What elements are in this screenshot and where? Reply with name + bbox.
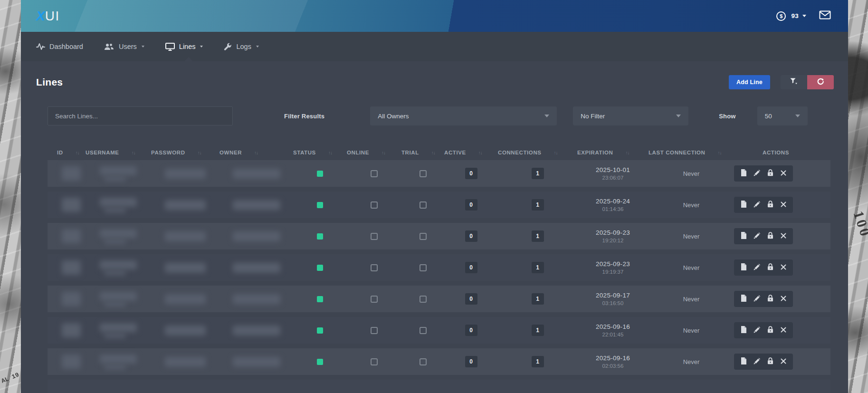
- edit-action-button[interactable]: [750, 324, 763, 337]
- column-label: CONNECTIONS: [498, 150, 542, 155]
- lock-action-button[interactable]: [763, 292, 777, 306]
- actions-cell: [734, 192, 830, 218]
- active-count-badge: 0: [465, 168, 477, 179]
- edit-action-button[interactable]: [750, 292, 763, 306]
- refresh-button[interactable]: [807, 75, 834, 89]
- file-icon: [741, 357, 747, 366]
- delete-action-button[interactable]: [777, 355, 790, 368]
- lock-action-button[interactable]: [763, 355, 777, 368]
- trial-checkbox[interactable]: [420, 233, 427, 240]
- lock-icon: [767, 263, 773, 272]
- trial-checkbox[interactable]: [420, 264, 427, 271]
- column-header-last-connection[interactable]: LAST CONNECTION↑↓: [649, 150, 734, 155]
- page-header-buttons: Add Line: [729, 75, 834, 89]
- credits-dropdown[interactable]: [802, 15, 806, 17]
- details-action-button[interactable]: [737, 292, 750, 306]
- connections-count-badge: 1: [532, 293, 544, 305]
- delete-action-button[interactable]: [777, 198, 790, 211]
- online-cell: [347, 317, 401, 344]
- search-input[interactable]: [48, 106, 233, 125]
- status-enabled-indicator: [317, 233, 323, 240]
- edit-action-button[interactable]: [750, 230, 763, 243]
- active-count-badge: 0: [465, 262, 477, 273]
- lock-icon: [767, 357, 773, 366]
- lock-action-button[interactable]: [763, 167, 777, 180]
- status-enabled-indicator: [317, 296, 323, 302]
- column-header-expiration[interactable]: EXPIRATION↑↓: [577, 150, 649, 155]
- filter-button[interactable]: [781, 75, 807, 89]
- online-checkbox[interactable]: [371, 233, 378, 240]
- owner-filter-select[interactable]: All Owners: [370, 106, 557, 125]
- last-connection-cell: Never: [649, 192, 734, 218]
- trial-checkbox[interactable]: [420, 296, 427, 303]
- edit-action-button[interactable]: [750, 261, 763, 274]
- column-header-password[interactable]: PASSWORD↑↓: [151, 150, 219, 155]
- active-cell: 0: [444, 286, 498, 312]
- lock-action-button[interactable]: [763, 230, 777, 243]
- details-action-button[interactable]: [737, 355, 750, 368]
- connections-cell: 1: [498, 160, 577, 187]
- details-action-button[interactable]: [737, 261, 750, 274]
- nav-item-lines[interactable]: Lines: [165, 43, 203, 51]
- id-cell: [57, 192, 86, 218]
- owner-cell: [219, 160, 293, 187]
- online-checkbox[interactable]: [371, 358, 378, 365]
- lock-action-button[interactable]: [763, 198, 777, 211]
- column-header-status[interactable]: STATUS↑↓: [293, 150, 347, 155]
- column-header-owner[interactable]: OWNER↑↓: [219, 150, 293, 155]
- redacted-password: [165, 326, 206, 335]
- status-enabled-indicator: [317, 327, 323, 334]
- lock-action-button[interactable]: [763, 324, 777, 337]
- delete-action-button[interactable]: [777, 292, 790, 306]
- expiration-cell: 2025-09-16 02:03:56: [577, 348, 649, 375]
- column-label: ID: [57, 150, 63, 155]
- column-header-id[interactable]: ID↑↓: [57, 150, 86, 155]
- trial-checkbox[interactable]: [420, 170, 427, 177]
- online-checkbox[interactable]: [371, 264, 378, 271]
- redacted-username-sub: [104, 365, 126, 369]
- nav-item-dashboard[interactable]: Dashboard: [36, 43, 83, 50]
- delete-action-button[interactable]: [777, 230, 790, 243]
- expiration-time: 01:14:36: [596, 206, 630, 212]
- nav-item-logs[interactable]: Logs: [224, 43, 258, 51]
- trial-checkbox[interactable]: [420, 358, 427, 365]
- details-action-button[interactable]: [737, 167, 750, 180]
- expiration-time: 02:03:56: [596, 363, 630, 369]
- nav-item-users[interactable]: Users: [104, 43, 144, 50]
- online-checkbox[interactable]: [371, 296, 378, 303]
- column-header-username[interactable]: USERNAME↑↓: [86, 150, 151, 155]
- redacted-username-sub: [104, 208, 126, 212]
- type-filter-select[interactable]: No Filter: [573, 106, 688, 125]
- password-cell: [151, 192, 219, 218]
- trial-checkbox[interactable]: [420, 327, 427, 334]
- online-checkbox[interactable]: [371, 327, 378, 334]
- delete-action-button[interactable]: [777, 324, 790, 337]
- edit-action-button[interactable]: [750, 198, 763, 211]
- edit-action-button[interactable]: [750, 355, 763, 368]
- lock-icon: [767, 326, 773, 335]
- edit-action-button[interactable]: [750, 167, 763, 180]
- trial-checkbox[interactable]: [420, 201, 427, 209]
- details-action-button[interactable]: [737, 198, 750, 211]
- column-header-online[interactable]: ONLINE↑↓: [347, 150, 401, 155]
- details-action-button[interactable]: [737, 230, 750, 243]
- filter-row: Filter Results All Owners No Filter Show…: [48, 106, 830, 126]
- online-checkbox[interactable]: [371, 201, 378, 209]
- connections-cell: 1: [498, 348, 577, 375]
- lock-action-button[interactable]: [763, 261, 777, 274]
- expiration-time: 19:20:12: [596, 238, 630, 243]
- online-cell: [347, 223, 401, 249]
- column-header-connections[interactable]: CONNECTIONS↑↓: [498, 150, 577, 155]
- last-connection-value: Never: [683, 327, 700, 334]
- status-cell: [293, 348, 347, 375]
- details-action-button[interactable]: [737, 324, 750, 337]
- column-header-trial[interactable]: TRIAL↑↓: [401, 150, 444, 155]
- column-header-active[interactable]: ACTIVE↑↓: [444, 150, 498, 155]
- mail-button[interactable]: [819, 10, 831, 21]
- page-size-select[interactable]: 50: [757, 106, 808, 125]
- add-line-button[interactable]: Add Line: [729, 75, 770, 89]
- delete-action-button[interactable]: [777, 167, 790, 180]
- delete-action-button[interactable]: [777, 261, 790, 274]
- redacted-password: [165, 263, 206, 273]
- online-checkbox[interactable]: [371, 170, 378, 177]
